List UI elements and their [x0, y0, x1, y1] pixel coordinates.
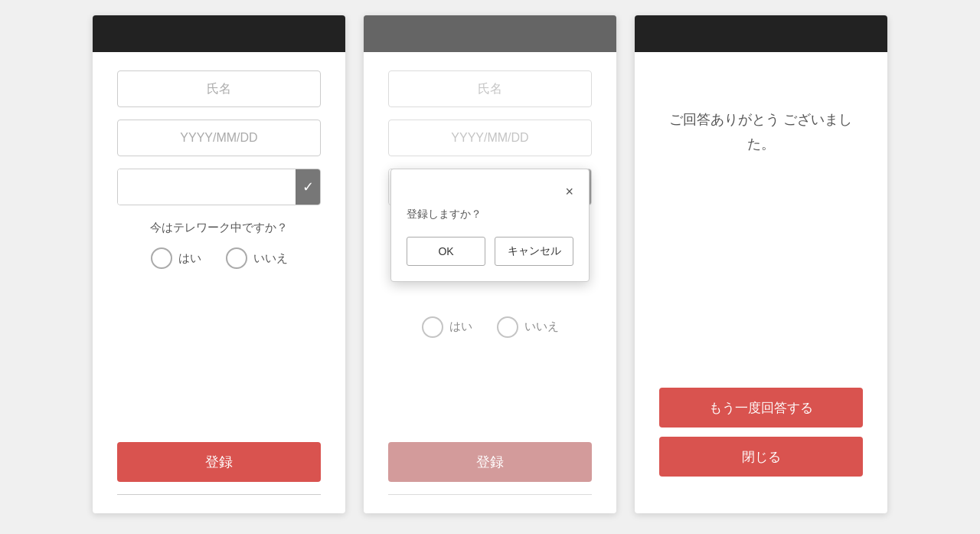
dropdown-input-1[interactable] [118, 169, 296, 205]
radio-yes-1[interactable]: はい [151, 247, 201, 269]
radio-yes-label-1: はい [178, 251, 201, 266]
telework-question-1: 今はテレワーク中ですか？ [117, 221, 321, 235]
dialog-box: × 登録しますか？ OK キャンセル [390, 169, 590, 282]
name-input-1[interactable] [117, 70, 321, 107]
register-button-1[interactable]: 登録 [117, 442, 321, 482]
dialog-ok-button[interactable]: OK [407, 237, 485, 266]
date-input-1[interactable] [117, 120, 321, 156]
dialog-message: 登録しますか？ [407, 208, 573, 221]
checkmark-icon: ✓ [302, 179, 314, 195]
screen3-frame: ご回答ありがとう ございました。 もう一度回答する 閉じる [635, 15, 887, 513]
radio-yes-circle-1[interactable] [151, 247, 172, 269]
radio-no-circle-1[interactable] [226, 247, 247, 269]
bottom-line-1 [117, 494, 321, 495]
thank-you-message: ご回答ありがとう ございました。 [659, 107, 863, 157]
dialog-header: × [407, 185, 573, 198]
screen1-frame: ✓ 今はテレワーク中ですか？ はい いいえ 登録 [93, 15, 345, 513]
retry-button[interactable]: もう一度回答する [659, 388, 863, 428]
dropdown-wrapper-1: ✓ [117, 169, 321, 205]
action-buttons: もう一度回答する 閉じる [659, 388, 863, 477]
screen2-frame: ✓ はい いいえ 登録 × 登録しますか？ OK キャ [364, 15, 616, 513]
screen3-header [635, 15, 887, 52]
radio-no-label-1: いいえ [253, 251, 288, 266]
screen3-body: ご回答ありがとう ございました。 もう一度回答する 閉じる [635, 52, 887, 513]
dialog-overlay: × 登録しますか？ OK キャンセル [364, 15, 616, 513]
close-button[interactable]: 閉じる [659, 437, 863, 477]
dialog-cancel-button[interactable]: キャンセル [495, 237, 573, 266]
radio-no-1[interactable]: いいえ [226, 247, 288, 269]
dialog-buttons: OK キャンセル [407, 237, 573, 266]
dropdown-button-1[interactable]: ✓ [296, 169, 320, 205]
screen1-header [93, 15, 345, 52]
radio-group-1: はい いいえ [117, 247, 321, 269]
dialog-close-button[interactable]: × [565, 185, 573, 198]
screen1-body: ✓ 今はテレワーク中ですか？ はい いいえ 登録 [93, 52, 345, 513]
